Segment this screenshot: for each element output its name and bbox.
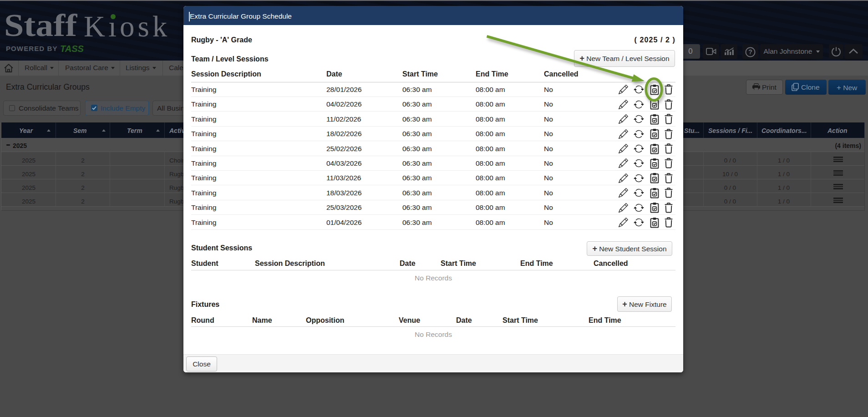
svg-text:?: ? (748, 48, 752, 56)
